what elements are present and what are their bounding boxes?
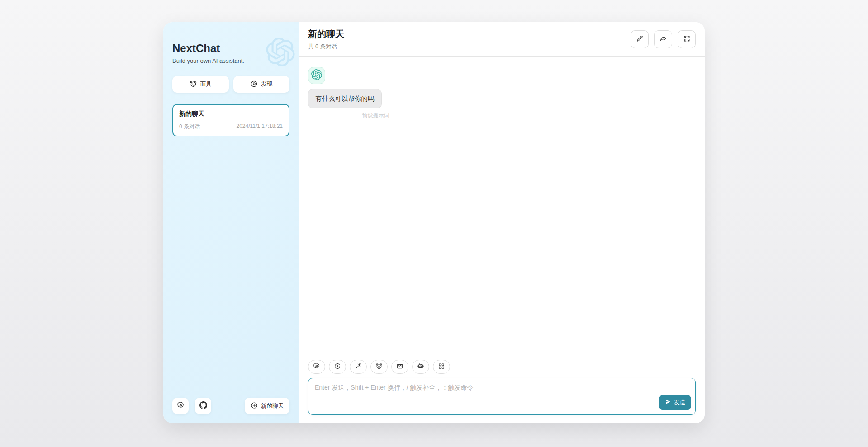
app-title: NextChat xyxy=(172,42,289,55)
mask-button[interactable]: 面具 xyxy=(172,76,229,93)
clear-context-button[interactable] xyxy=(391,360,408,374)
nextchat-window: NextChat Build your own AI assistant. 面具… xyxy=(163,22,705,423)
discover-button[interactable]: 发现 xyxy=(233,76,290,93)
chat-panel: 新的聊天 共 0 条对话 xyxy=(299,22,705,423)
model-select-button[interactable] xyxy=(412,360,429,374)
model-settings-button[interactable] xyxy=(308,360,325,374)
github-icon xyxy=(199,401,207,410)
masks-button[interactable] xyxy=(370,360,388,374)
discover-button-label: 发现 xyxy=(261,80,272,88)
chat-header: 新的聊天 共 0 条对话 xyxy=(299,22,705,57)
chat-input[interactable] xyxy=(308,378,696,415)
rename-button[interactable] xyxy=(631,30,649,48)
magic-wand-icon xyxy=(355,362,362,371)
plus-circle-icon xyxy=(251,402,258,410)
fullscreen-icon xyxy=(683,35,691,44)
chat-header-text: 新的聊天 共 0 条对话 xyxy=(308,28,344,51)
openai-logo-icon xyxy=(311,69,322,82)
bot-message: 有什么可以帮你的吗 预设提示词 xyxy=(308,89,382,119)
chat-item-time: 2024/11/1 17:18:21 xyxy=(236,123,283,131)
rename-icon xyxy=(636,35,644,44)
github-button[interactable] xyxy=(195,398,211,414)
clear-context-icon xyxy=(396,362,403,371)
settings-button[interactable] xyxy=(172,398,189,414)
app-subtitle: Build your own AI assistant. xyxy=(172,57,289,64)
bot-avatar xyxy=(308,67,325,84)
share-button[interactable] xyxy=(654,30,672,48)
bot-message-bubble[interactable]: 有什么可以帮你的吗 xyxy=(308,89,382,108)
plugins-button[interactable] xyxy=(433,360,450,374)
chat-item-title: 新的聊天 xyxy=(179,110,283,118)
mask-icon xyxy=(190,80,197,89)
chat-input-panel: 发送 xyxy=(299,355,705,423)
fullscreen-button[interactable] xyxy=(678,30,696,48)
discover-icon xyxy=(250,80,258,89)
sidebar-button-row: 面具 发现 xyxy=(172,76,289,93)
theme-toggle-button[interactable] xyxy=(329,360,346,374)
preset-prompt-hint: 预设提示词 xyxy=(308,112,389,119)
send-button-label: 发送 xyxy=(674,399,685,406)
sidebar: NextChat Build your own AI assistant. 面具… xyxy=(163,22,299,423)
sidebar-footer: 新的聊天 xyxy=(172,398,289,414)
new-chat-button[interactable]: 新的聊天 xyxy=(245,398,289,414)
chat-message-list: 有什么可以帮你的吗 预设提示词 xyxy=(299,57,705,355)
chat-list-item-selected[interactable]: 新的聊天 0 条对话 2024/11/1 17:18:21 xyxy=(172,104,289,136)
chat-header-actions xyxy=(631,30,696,48)
prompt-shortcut-button[interactable] xyxy=(350,360,367,374)
robot-icon xyxy=(417,362,424,371)
mask-icon xyxy=(375,362,383,371)
paper-plane-icon xyxy=(665,399,671,406)
gear-icon xyxy=(177,401,185,410)
send-button[interactable]: 发送 xyxy=(659,395,691,410)
chat-title[interactable]: 新的聊天 xyxy=(308,28,344,40)
plugins-icon xyxy=(438,362,445,371)
chat-item-info: 0 条对话 2024/11/1 17:18:21 xyxy=(179,123,283,131)
mask-button-label: 面具 xyxy=(200,80,212,88)
share-icon xyxy=(659,35,667,44)
chat-item-count: 0 条对话 xyxy=(179,123,200,131)
auto-theme-icon xyxy=(334,362,341,371)
input-wrap: 发送 xyxy=(308,378,696,417)
chat-subtitle: 共 0 条对话 xyxy=(308,43,344,51)
settings-icon xyxy=(313,362,320,371)
new-chat-button-label: 新的聊天 xyxy=(261,402,284,410)
input-toolbar xyxy=(308,360,696,374)
